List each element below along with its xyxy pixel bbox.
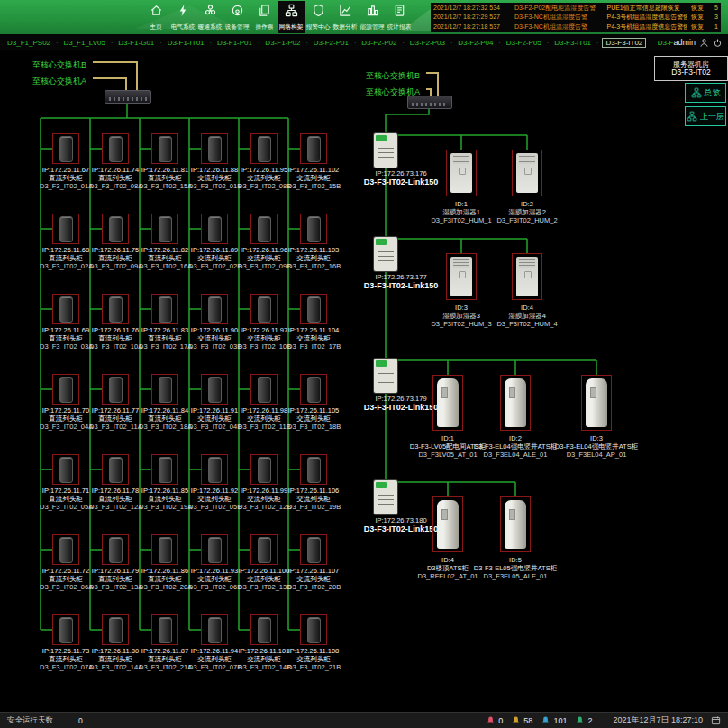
user-box[interactable]: admin [673, 38, 723, 48]
nav-tab-D3-F3-NC[interactable]: D3-F3-NC [656, 38, 674, 48]
cabinet-node-D3_F3_IT02_03B[interactable] [201, 294, 228, 324]
nav-tab-D3-F1-PS02[interactable]: D3_F1_PS02 [5, 38, 52, 48]
room-title-box: 服务器机房 D3-F3-IT02 [654, 56, 728, 81]
cabinet-node-D3_F3_IT02_13B[interactable] [250, 534, 278, 565]
gateway-link150-2[interactable] [374, 237, 397, 271]
cabinet-node-D3_F3_IT02_08B[interactable] [250, 133, 278, 164]
nav-tab-D3-F1-IT01[interactable]: D3-F1-IT01 [166, 38, 206, 48]
cabinet-node-D3_F3_IT02_14B[interactable] [250, 614, 278, 645]
device-node-D3_F3IT02_HUM_1[interactable] [446, 150, 477, 196]
user-icon[interactable] [699, 38, 709, 48]
up-level-button[interactable]: 上一层 [685, 106, 726, 126]
alarm-counter-critical[interactable]: 0 [486, 715, 503, 725]
cabinet-node-D3_F3_IT02_08A[interactable] [102, 133, 129, 164]
cabinet-node-D3_F3_IT02_03A[interactable] [52, 294, 79, 324]
alarm-counter-normal[interactable]: 2 [575, 715, 592, 725]
cabinet-node-D3_F3_IT02_07B[interactable] [201, 614, 228, 645]
right-access-switch[interactable] [407, 96, 452, 109]
gateway-link150-4[interactable] [374, 480, 397, 514]
menu-item-fan[interactable]: 暖通系统 [196, 1, 223, 33]
cabinet-type: 直流列头柜 [139, 174, 191, 182]
menu-item-trend[interactable]: 数据分析 [332, 1, 359, 33]
device-node-D3_F3LV05_AT_01[interactable] [432, 375, 463, 431]
menu-item-home[interactable]: 主页 [142, 1, 169, 33]
device-node-D3_F3EL04_ALE_01[interactable] [500, 375, 531, 431]
alarm-counter-minor[interactable]: 101 [541, 715, 567, 725]
menu-item-bolt[interactable]: 电气系统 [169, 1, 196, 33]
nav-tab-D3-F2-P02[interactable]: D3-F2-P02 [359, 38, 398, 48]
nav-tab-D3-F3-IT01[interactable]: D3-F3-IT01 [552, 38, 593, 48]
menu-item-energy[interactable]: 能源管理 [359, 1, 386, 33]
alarm-counter-major[interactable]: 58 [511, 715, 532, 725]
alarm-ticker[interactable]: 2021/12/7 18:27:32 534D3-F2-P02配电柜温湿度告警P… [431, 3, 721, 32]
cabinet-node-D3_F3_IT02_14A[interactable] [102, 614, 129, 645]
cabinet-node-D3_F3_IT02_12B[interactable] [250, 454, 278, 485]
cabinet-node-D3_F3_IT02_16B[interactable] [300, 214, 327, 244]
nav-tab-D3-F1-P02[interactable]: D3-F1-P02 [263, 38, 302, 48]
gateway-link150-1[interactable] [374, 133, 397, 168]
cabinet-node-D3_F3_IT02_06B[interactable] [201, 534, 228, 565]
power-icon[interactable] [713, 38, 723, 48]
link150-detail [378, 256, 394, 257]
cabinet-node-D3_F3_IT02_21A[interactable] [151, 614, 178, 645]
cabinet-icon [159, 377, 172, 403]
cabinet-node-D3_F3_IT02_04A[interactable] [52, 374, 79, 405]
nav-tab-D3-F2-P01[interactable]: D3-F2-P01 [312, 38, 350, 48]
nav-tab-D3-F1-P01[interactable]: D3-F1-P01 [215, 38, 254, 48]
device-node-D3_RFEL02_AT_01[interactable] [432, 496, 463, 552]
cabinet-node-D3_F3_IT02_17B[interactable] [300, 294, 327, 324]
device-node-D3_F3IT02_HUM_3[interactable] [446, 253, 477, 300]
cabinet-node-D3_F3_IT02_11B[interactable] [250, 374, 278, 405]
nav-tab-D3-F1-G01[interactable]: D3-F1-G01 [116, 38, 156, 48]
cabinet-node-D3_F3_IT02_05B[interactable] [201, 454, 228, 485]
cabinet-node-D3_F3_IT02_16A[interactable] [151, 214, 178, 244]
cabinet-node-D3_F3_IT02_10A[interactable] [102, 294, 129, 324]
left-access-switch[interactable] [105, 90, 151, 104]
cabinet-node-D3_F3_IT02_02B[interactable] [201, 214, 228, 244]
nav-tab-D3-F2-P03[interactable]: D3-F2-P03 [408, 38, 447, 48]
menu-item-report[interactable]: 统计报表 [386, 1, 413, 33]
cabinet-node-D3_F3_IT02_15A[interactable] [151, 133, 178, 164]
device-node-D3_F3EL05_ALE_01[interactable] [500, 496, 531, 552]
menu-item-gauge[interactable]: 设备管理 [223, 1, 250, 33]
cabinet-node-D3_F3_IT02_07A[interactable] [52, 614, 79, 645]
nav-tab-D3-F2-P04[interactable]: D3-F2-P04 [456, 38, 495, 48]
cabinet-node-D3_F3_IT02_05A[interactable] [52, 454, 79, 485]
nav-tab-D3-F2-P05[interactable]: D3-F2-P05 [505, 38, 543, 48]
menu-item-network[interactable]: 网络构架 [278, 1, 305, 33]
cabinet-node-D3_F3_IT02_18B[interactable] [300, 374, 327, 405]
cabinet-node-D3_F3_IT02_02A[interactable] [52, 214, 79, 244]
cabinet-node-D3_F3_IT02_21B[interactable] [300, 614, 327, 645]
device-node-D3_F3IT02_HUM_2[interactable] [512, 150, 542, 196]
cabinet-node-D3_F3_IT02_17A[interactable] [151, 294, 178, 324]
cabinet-node-D3_F3_IT02_20B[interactable] [300, 534, 327, 565]
cabinet-node-D3_F3_IT02_12A[interactable] [102, 454, 129, 485]
main-menu: 主页电气系统暖通系统设备管理操作票网络构架报警中心数据分析能源管理统计报表 [142, 1, 413, 33]
cabinet-node-D3_F3_IT02_10B[interactable] [250, 294, 278, 324]
menu-item-ticket[interactable]: 操作票 [250, 1, 278, 33]
cabinet-node-D3_F3_IT02_01A[interactable] [52, 133, 79, 164]
nav-tab-D3-F3-IT02[interactable]: D3-F3-IT02 [602, 38, 646, 48]
cabinet-node-D3_F3_IT02_01B[interactable] [201, 133, 228, 164]
cabinet-node-D3_F3_IT02_19B[interactable] [300, 454, 327, 485]
cabinet-node-D3_F3_IT02_20A[interactable] [151, 534, 178, 565]
device-node-D3_F3IT02_HUM_4[interactable] [512, 253, 542, 300]
device-node-D3_F3EL04_AP_01[interactable] [581, 375, 612, 431]
cabinet-node-D3_F3_IT02_04B[interactable] [201, 374, 228, 405]
cabinet-icon [208, 216, 222, 242]
overview-button[interactable]: 总览 [685, 83, 726, 103]
gateway-link150-3[interactable] [374, 359, 397, 393]
cabinet-node-D3_F3_IT02_09B[interactable] [250, 214, 278, 244]
nav-tab-D3-F1-LV05[interactable]: D3_F1_LV05 [61, 38, 107, 48]
cabinet-node-D3_F3_IT02_13A[interactable] [102, 534, 129, 565]
cabinet-node-D3_F3_IT02_11A[interactable] [102, 374, 129, 405]
cabinet-node-D3_F3_IT02_06A[interactable] [52, 534, 79, 565]
cabinet-label: IP:172.26.11.93交流列头柜D3_F3_IT02_06B [188, 567, 241, 591]
gateway-label: IP:172.26.73.176D3-F3-IT02-Link150 [347, 169, 455, 188]
cabinet-node-D3_F3_IT02_18A[interactable] [151, 374, 178, 405]
cabinet-node-D3_F3_IT02_09A[interactable] [102, 214, 129, 244]
menu-item-shield[interactable]: 报警中心 [305, 1, 332, 33]
calendar-icon[interactable] [711, 715, 721, 725]
cabinet-node-D3_F3_IT02_15B[interactable] [300, 133, 327, 164]
cabinet-node-D3_F3_IT02_19A[interactable] [151, 454, 178, 485]
